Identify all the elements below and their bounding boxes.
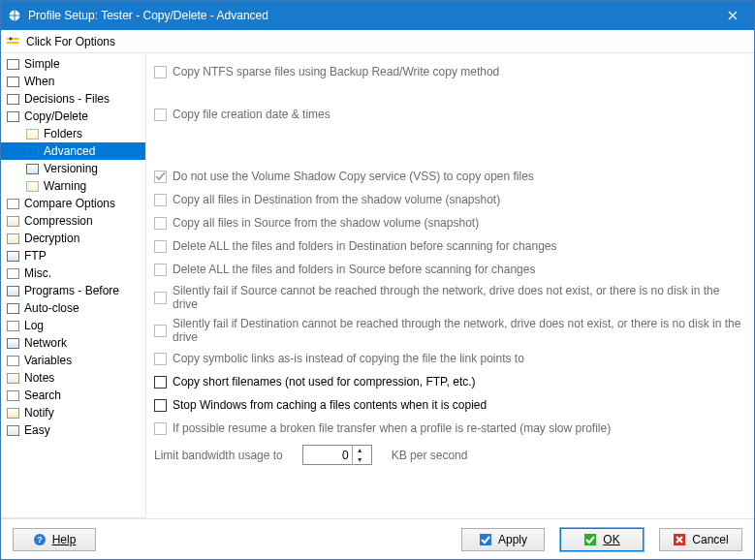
sidebar-item-label: Misc. [24,266,51,280]
sidebar-icon [5,232,20,245]
option-row: Delete ALL the files and folders in Sour… [154,261,746,278]
option-row: Copy all files in Source from the shadow… [154,214,746,232]
sidebar-item-notes[interactable]: Notes [1,369,145,387]
checkbox [154,325,167,337]
checkbox [154,194,167,206]
titlebar: Profile Setup: Tester - Copy/Delete - Ad… [1,1,754,30]
sidebar-item-folders[interactable]: Folders [1,125,145,142]
sidebar-item-network[interactable]: Network [1,334,145,352]
sidebar-item-simple[interactable]: Simple [1,55,145,73]
sidebar-item-variables[interactable]: Variables [1,352,145,369]
limit-bandwidth-input[interactable] [303,448,352,463]
spinner-down[interactable]: ▼ [353,455,367,465]
sidebar-item-label: Variables [24,354,72,367]
option-label: Delete ALL the files and folders in Dest… [173,239,556,253]
sidebar-item-auto-close[interactable]: Auto-close [1,299,145,317]
sidebar-item-warning[interactable]: Warning [1,177,145,195]
window-title: Profile Setup: Tester - Copy/Delete - Ad… [28,9,710,22]
sidebar-icon [24,179,40,193]
checkbox[interactable] [154,399,167,412]
sidebar-item-compression[interactable]: Compression [1,212,145,230]
sidebar-icon [5,75,20,88]
checkbox [154,240,167,253]
sidebar-icon [5,371,20,385]
sidebar-item-label: Folders [44,127,82,140]
sidebar-icon [5,301,20,315]
sidebar-item-misc-[interactable]: Misc. [1,264,145,282]
sidebar-item-compare-options[interactable]: Compare Options [1,195,145,212]
sidebar-item-when[interactable]: When [1,73,145,90]
sidebar-item-label: Auto-close [24,301,79,315]
sidebar-item-label: Simple [24,57,60,71]
option-label: Copy all files in Destination from the s… [173,193,500,206]
sidebar-item-label: Compression [24,214,93,228]
limit-bandwidth-spinner[interactable]: ▲ ▼ [302,445,372,465]
option-row: Do not use the Volume Shadow Copy servic… [154,168,746,185]
sidebar-icon [5,266,20,280]
help-button[interactable]: ? Help [13,528,96,551]
option-label: Silently fail if Source cannot be reache… [173,284,746,311]
options-icon [5,34,20,49]
sidebar-icon [5,249,20,263]
spinner-up[interactable]: ▲ [353,446,367,455]
sidebar-item-label: Network [24,336,67,350]
sidebar-item-label: Copy/Delete [24,109,88,123]
sidebar-item-label: Easy [24,423,50,437]
option-label: Copy symbolic links as-is instead of cop… [173,352,524,365]
svg-rect-6 [584,534,596,545]
svg-text:?: ? [37,535,43,544]
close-button[interactable] [710,1,754,30]
sidebar-icon [5,389,20,402]
sidebar-icon [5,197,20,210]
sidebar-item-programs-before[interactable]: Programs - Before [1,282,145,299]
apply-button[interactable]: Apply [461,528,545,551]
sidebar-item-decryption[interactable]: Decryption [1,230,145,247]
sidebar-item-label: Decisions - Files [24,92,110,106]
sidebar-icon [5,57,20,71]
sidebar-icon [5,406,20,420]
checkbox [154,422,167,435]
option-row: Copy all files in Destination from the s… [154,191,746,208]
checkbox [154,217,167,230]
sidebar-icon [5,92,20,106]
options-menu[interactable]: Click For Options [1,30,754,53]
sidebar-item-log[interactable]: Log [1,317,145,334]
ok-label: OK [603,533,619,546]
sidebar-item-versioning[interactable]: Versioning [1,160,145,177]
sidebar-item-label: Log [24,319,44,332]
checkbox [154,292,167,304]
svg-rect-2 [7,42,18,44]
checkbox [154,66,167,78]
sidebar-item-label: Search [24,389,61,402]
checkbox [154,171,167,183]
footer: ? Help Apply OK Cancel [1,518,754,559]
apply-icon [479,533,492,546]
help-label: Help [52,533,77,546]
ok-button[interactable]: OK [560,528,644,551]
sidebar-icon [5,354,20,367]
limit-label: Limit bandwidth usage to [154,449,283,462]
sidebar-item-decisions-files[interactable]: Decisions - Files [1,90,145,108]
cancel-button[interactable]: Cancel [659,528,742,551]
sidebar-icon [5,214,20,228]
option-label: Copy NTFS sparse files using Backup Read… [173,65,499,78]
sidebar: SimpleWhenDecisions - FilesCopy/DeleteFo… [1,53,146,518]
apply-label: Apply [498,533,527,546]
sidebar-item-copy-delete[interactable]: Copy/Delete [1,108,145,125]
sidebar-item-search[interactable]: Search [1,387,145,404]
checkbox [154,264,167,276]
sidebar-item-label: When [24,75,54,88]
sidebar-item-label: Notify [24,406,54,420]
svg-rect-5 [480,534,491,545]
option-label: Copy file creation date & times [173,108,330,121]
sidebar-item-advanced[interactable]: Advanced [1,142,145,160]
option-row: If possible resume a broken file transfe… [154,420,746,437]
option-row: Delete ALL the files and folders in Dest… [154,237,746,255]
sidebar-item-ftp[interactable]: FTP [1,247,145,264]
sidebar-item-notify[interactable]: Notify [1,404,145,421]
sidebar-icon [5,284,20,297]
checkbox[interactable] [154,376,167,389]
sidebar-item-label: Decryption [24,232,79,245]
sidebar-item-easy[interactable]: Easy [1,421,145,439]
app-icon [7,8,22,23]
